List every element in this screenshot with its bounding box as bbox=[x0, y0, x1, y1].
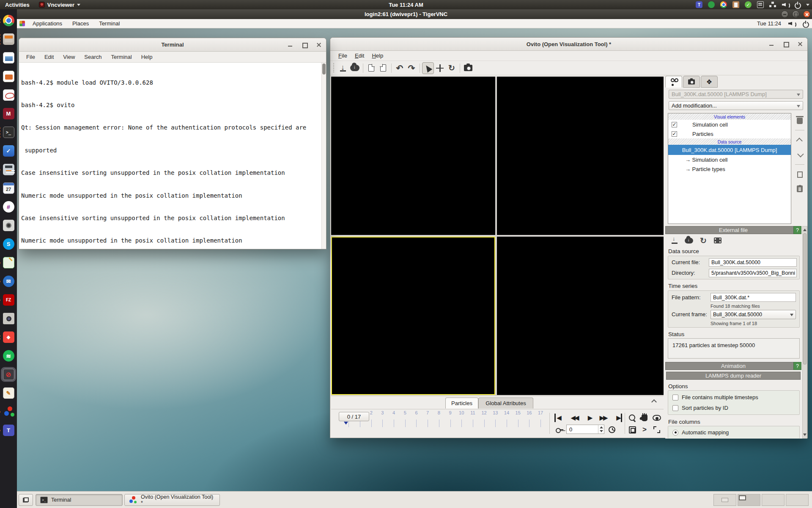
chrome-tray-icon[interactable] bbox=[720, 1, 727, 8]
dock-item-teams[interactable] bbox=[2, 424, 15, 436]
move-down-button[interactable] bbox=[794, 149, 805, 160]
animation-header[interactable]: Animation bbox=[665, 362, 801, 370]
dock-item-tasks[interactable] bbox=[2, 145, 15, 157]
pipeline-item-particles[interactable]: ✓ Particles bbox=[668, 129, 791, 138]
messages-tray-icon[interactable] bbox=[757, 1, 764, 8]
render-active-viewport-button[interactable] bbox=[639, 425, 650, 435]
update-timesteps-button[interactable] bbox=[713, 235, 723, 246]
pan-tool-button[interactable] bbox=[639, 413, 650, 423]
checkbox-checked[interactable]: ✓ bbox=[672, 131, 677, 137]
menu-applications[interactable]: Applications bbox=[28, 20, 66, 27]
tab-particles[interactable]: Particles bbox=[445, 398, 478, 409]
taskbar-ovito-button[interactable]: Ovito (Open Visualization Tool) * bbox=[124, 494, 220, 506]
power-icon[interactable] bbox=[802, 20, 809, 27]
zoom-tool-button[interactable] bbox=[627, 413, 637, 423]
ovito-title-bar[interactable]: Ovito (Open Visualization Tool) * bbox=[330, 38, 807, 51]
menu-terminal[interactable]: Terminal bbox=[107, 54, 137, 60]
maximize-viewport-button[interactable] bbox=[652, 425, 662, 435]
scrollbar-thumb[interactable] bbox=[803, 233, 807, 364]
option-multiple-timesteps[interactable]: File contains multiple timesteps bbox=[672, 394, 758, 400]
dock-item-mendeley[interactable] bbox=[2, 108, 15, 120]
play-button[interactable] bbox=[584, 414, 595, 422]
reload-file-button[interactable] bbox=[698, 235, 708, 246]
menu-terminal[interactable]: Terminal bbox=[95, 20, 124, 27]
panel-scrollbar[interactable] bbox=[802, 226, 807, 439]
maximize-button[interactable] bbox=[302, 42, 307, 48]
volume-icon[interactable] bbox=[788, 20, 795, 27]
dock-item-calendar[interactable] bbox=[2, 182, 15, 194]
viewport-top-right[interactable] bbox=[497, 77, 664, 235]
network-tray-icon[interactable] bbox=[769, 1, 776, 8]
viewport-bottom-left-active[interactable] bbox=[331, 237, 495, 395]
previous-frame-button[interactable] bbox=[569, 414, 580, 422]
selected-dataset-combo[interactable]: Bull_300K.dat.50000 [LAMMPS Dump] bbox=[669, 90, 803, 99]
workspace-4[interactable] bbox=[786, 494, 809, 506]
move-mode-button[interactable] bbox=[434, 62, 446, 74]
menu-help[interactable]: Help bbox=[368, 52, 387, 59]
close-button[interactable] bbox=[803, 11, 810, 18]
pipeline-list[interactable]: Visual elements ✓ Simulation cell ✓ Part… bbox=[668, 113, 791, 224]
select-mode-button[interactable] bbox=[422, 62, 434, 74]
render-snapshot-button[interactable] bbox=[462, 62, 474, 74]
scroll-down-icon[interactable] bbox=[803, 433, 807, 437]
dock-item-chrome[interactable] bbox=[2, 14, 15, 27]
viewport-bottom-right[interactable] bbox=[497, 237, 664, 395]
menu-edit[interactable]: Edit bbox=[40, 54, 58, 60]
dock-item-ovito[interactable] bbox=[2, 406, 15, 418]
dock-item-file-archive[interactable] bbox=[2, 33, 15, 45]
chat-tray-icon[interactable] bbox=[708, 1, 715, 8]
next-frame-button[interactable] bbox=[598, 414, 609, 422]
pipeline-child-simulation-cell[interactable]: → Simulation cell bbox=[668, 155, 791, 164]
scroll-up-icon[interactable] bbox=[803, 228, 807, 231]
dock-item-anydesk[interactable] bbox=[2, 331, 15, 343]
close-button[interactable] bbox=[316, 42, 322, 48]
save-state-button[interactable] bbox=[365, 62, 377, 74]
workspace-3[interactable] bbox=[762, 494, 785, 506]
dock-item-terminal[interactable] bbox=[2, 126, 15, 138]
lammps-dump-reader-header[interactable]: LAMMPS dump reader bbox=[666, 372, 801, 380]
checkbox-unchecked[interactable] bbox=[672, 395, 678, 400]
rotate-mode-button[interactable] bbox=[446, 62, 458, 74]
minimize-button[interactable] bbox=[781, 11, 788, 18]
undo-button[interactable] bbox=[394, 62, 406, 74]
dock-item-media-viewer[interactable] bbox=[2, 219, 15, 232]
toolbar-grip[interactable] bbox=[333, 63, 335, 73]
show-desktop-button[interactable] bbox=[19, 494, 33, 506]
maximize-button[interactable] bbox=[792, 11, 799, 18]
dock-item-filezilla[interactable] bbox=[2, 294, 15, 306]
minimize-button[interactable] bbox=[287, 42, 293, 48]
dock-item-thunderbird[interactable] bbox=[2, 275, 15, 287]
tab-overlays[interactable] bbox=[701, 76, 718, 88]
minimize-button[interactable] bbox=[768, 41, 774, 47]
add-modification-combo[interactable]: Add modification... bbox=[669, 101, 803, 110]
load-state-button[interactable] bbox=[377, 62, 389, 74]
pick-file-button[interactable] bbox=[669, 235, 680, 246]
shell-clock[interactable]: Tue 11:24 AM bbox=[0, 2, 812, 8]
tab-render[interactable] bbox=[683, 76, 700, 88]
checkbox-unchecked[interactable] bbox=[672, 405, 678, 411]
volume-icon[interactable] bbox=[782, 1, 788, 8]
menu-file[interactable]: File bbox=[22, 54, 40, 60]
teams-tray-icon[interactable] bbox=[696, 1, 702, 8]
dock-item-spotify[interactable] bbox=[2, 350, 15, 362]
skip-to-start-button[interactable] bbox=[554, 414, 561, 422]
maximize-button[interactable] bbox=[783, 41, 789, 47]
dock-item-camera[interactable] bbox=[2, 312, 15, 325]
terminal-output[interactable]: bash-4.2$ module load OVITO/3.0.0.628 ba… bbox=[19, 63, 326, 249]
snapshot-pipeline-button[interactable] bbox=[794, 183, 805, 194]
dock-item-notes[interactable] bbox=[2, 387, 15, 399]
import-remote-file-button[interactable] bbox=[349, 62, 361, 74]
dock-item-skype[interactable] bbox=[2, 238, 15, 250]
menu-help[interactable]: Help bbox=[137, 54, 157, 60]
dock-item-xournal[interactable] bbox=[2, 257, 15, 269]
dock-item-vnc-viewer[interactable] bbox=[2, 368, 15, 381]
menu-edit[interactable]: Edit bbox=[351, 52, 368, 59]
workspace-1[interactable] bbox=[713, 494, 736, 506]
current-frame-dropdown[interactable]: Bull_300K.dat.50000 bbox=[710, 310, 796, 319]
animation-settings-button[interactable] bbox=[607, 425, 617, 435]
copy-pipeline-button[interactable] bbox=[794, 169, 805, 180]
workspace-2-active[interactable] bbox=[738, 494, 760, 506]
directory-field[interactable]: 5/prashant/v3500/v3500_Big_Bonni bbox=[709, 269, 797, 277]
orbit-tool-button[interactable] bbox=[652, 413, 662, 423]
pipeline-item-simulation-cell[interactable]: ✓ Simulation cell bbox=[668, 120, 791, 129]
